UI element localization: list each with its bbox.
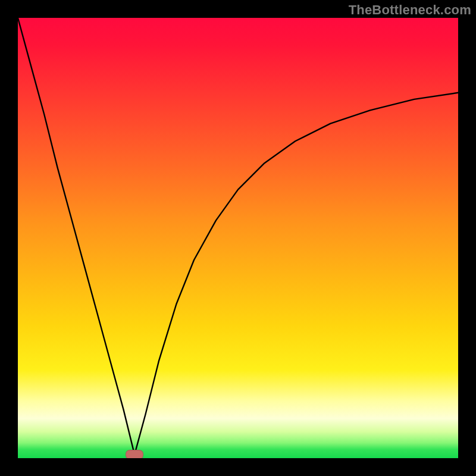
attribution-text: TheBottleneck.com (349, 2, 471, 18)
minimum-marker (126, 450, 143, 458)
curve-path (18, 18, 458, 455)
plot-area (18, 18, 458, 458)
chart-frame: TheBottleneck.com (0, 0, 476, 476)
curve-layer (18, 18, 458, 458)
